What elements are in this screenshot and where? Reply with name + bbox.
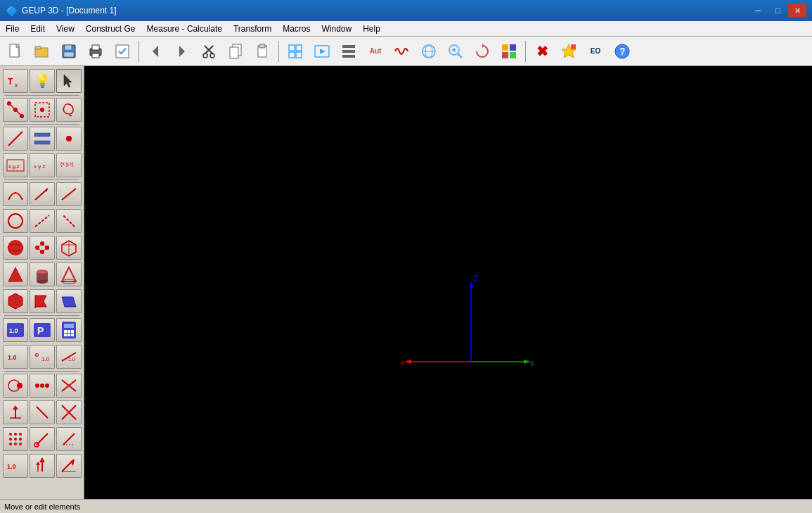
segment2-button[interactable] [56, 209, 82, 233]
cone-button[interactable] [3, 262, 28, 286]
menu-help[interactable]: Help [357, 21, 386, 36]
view-button[interactable] [283, 39, 308, 64]
svg-rect-39 [502, 52, 508, 58]
ray-button[interactable] [30, 182, 55, 206]
help-button[interactable]: ? [610, 39, 635, 64]
mesh-button[interactable] [56, 236, 82, 260]
animate-button[interactable] [309, 39, 335, 64]
zoom-button[interactable] [443, 39, 468, 64]
svg-marker-11 [179, 46, 185, 57]
cross-button[interactable] [56, 374, 82, 398]
svg-marker-10 [153, 46, 158, 57]
maximize-button[interactable]: □ [768, 4, 787, 18]
back-icon [147, 43, 164, 60]
arrow3-button[interactable] [56, 454, 82, 478]
sidebar-divider-1 [4, 95, 79, 96]
eo-button[interactable]: EO [583, 39, 608, 64]
dot3-button[interactable] [30, 374, 55, 398]
aut-button[interactable]: Aut [363, 39, 388, 64]
menu-window[interactable]: Window [316, 21, 358, 36]
save-button[interactable] [56, 39, 82, 64]
menu-macros[interactable]: Macros [277, 21, 316, 36]
globe-button[interactable] [416, 39, 442, 64]
select-tool-button[interactable] [56, 69, 82, 93]
svg-line-54 [8, 132, 22, 146]
back-button[interactable] [143, 39, 168, 64]
calc-button[interactable] [56, 318, 82, 342]
new-button[interactable] [3, 39, 28, 64]
color-button[interactable] [496, 39, 522, 64]
properties-button[interactable] [110, 39, 135, 64]
p-badge-button[interactable]: P [30, 318, 55, 342]
menu-edit[interactable]: Edit [25, 21, 51, 36]
svg-marker-145 [404, 360, 411, 364]
num-pt-button[interactable]: ⊕ 1.0 [30, 345, 55, 369]
canvas-area[interactable]: Z x y [84, 66, 812, 499]
menu-measure[interactable]: Measure - Calculate [141, 21, 228, 36]
segment-button[interactable] [56, 182, 82, 206]
lightbulb-icon: 💡 [34, 73, 50, 89]
close-button[interactable]: ✕ [788, 4, 806, 18]
point3d-button[interactable]: x y z [30, 153, 55, 177]
multipoint-button[interactable] [30, 236, 55, 260]
dashed-line-button[interactable] [30, 209, 55, 233]
dotgrid-button[interactable] [3, 427, 28, 451]
circle-button[interactable] [3, 209, 28, 233]
sphere-button[interactable] [3, 236, 28, 260]
menu-file[interactable]: File [0, 21, 25, 36]
coords-button[interactable]: x,y,z [3, 153, 28, 177]
forward-button[interactable] [169, 39, 195, 64]
rotate-button[interactable] [470, 39, 495, 64]
box-select-button[interactable] [30, 98, 55, 122]
lightbulb-tool-button[interactable]: 💡 [30, 69, 55, 93]
text-tool-button[interactable]: T x [3, 69, 28, 93]
copy-button[interactable] [223, 39, 248, 64]
flag-button[interactable] [30, 289, 55, 313]
point-connect-button[interactable] [3, 98, 28, 122]
cone2-button[interactable] [56, 262, 82, 286]
svg-point-108 [17, 383, 22, 388]
diag2-button[interactable] [30, 427, 55, 451]
menu-view[interactable]: View [51, 21, 80, 36]
svg-text:Z: Z [473, 274, 478, 282]
num-seg-button[interactable]: 1.0 [56, 345, 82, 369]
open-button[interactable] [30, 39, 55, 64]
list-button[interactable] [336, 39, 361, 64]
arrow-up-icon [6, 403, 25, 422]
parallelogram-button[interactable] [56, 289, 82, 313]
wave-button[interactable] [389, 39, 415, 64]
num2-button[interactable]: 1.0 [3, 345, 28, 369]
arrow-up-button[interactable] [3, 400, 28, 424]
circle-pt-button[interactable] [3, 374, 28, 398]
cut-button[interactable] [196, 39, 221, 64]
star-button[interactable] [556, 39, 581, 64]
seg3-button[interactable] [56, 427, 82, 451]
minimize-button[interactable]: ─ [749, 4, 767, 18]
num-badge-button[interactable]: 1.0 [3, 318, 28, 342]
lasso-button[interactable] [56, 98, 82, 122]
arrow2-button[interactable] [30, 454, 55, 478]
svg-text:x y z: x y z [34, 163, 45, 170]
delete-button[interactable]: ✖ [529, 39, 555, 64]
svg-line-66 [35, 215, 49, 227]
toolbar-separator-2 [278, 41, 279, 62]
diag-button[interactable] [30, 400, 55, 424]
arc-button[interactable] [3, 182, 28, 206]
hex-button[interactable] [3, 289, 28, 313]
num2-icon: 1.0 [6, 347, 25, 367]
xmark-button[interactable] [56, 400, 82, 424]
num3-button[interactable]: 1.0 [3, 454, 28, 478]
menu-construct[interactable]: Construct Ge [80, 21, 141, 36]
cylinder-button[interactable] [30, 262, 55, 286]
svg-rect-28 [342, 55, 355, 58]
menu-transform[interactable]: Transform [228, 21, 277, 36]
xyz-label-button[interactable]: {x,y,z} [56, 153, 82, 177]
paste-button[interactable] [250, 39, 275, 64]
print-button[interactable] [83, 39, 108, 64]
text-tool-icon: T x [6, 72, 25, 90]
svg-text:x: x [401, 359, 404, 366]
point-tool-button[interactable] [56, 127, 82, 151]
line-tool-button[interactable] [3, 127, 28, 151]
parallel-tool-button[interactable] [30, 127, 55, 151]
diag-icon [32, 403, 52, 422]
